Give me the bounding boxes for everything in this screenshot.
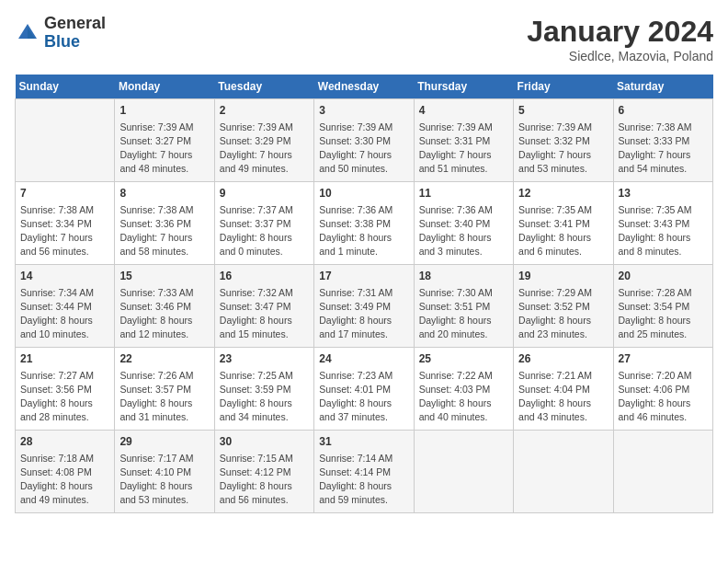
day-number: 20	[619, 269, 708, 284]
column-header-friday: Friday	[514, 75, 613, 99]
day-number: 18	[419, 269, 508, 284]
day-number: 7	[20, 186, 109, 201]
day-number: 25	[419, 351, 508, 367]
logo-icon	[15, 20, 40, 46]
day-info: Sunrise: 7:39 AM Sunset: 3:30 PM Dayligh…	[319, 121, 408, 177]
calendar-cell: 25Sunrise: 7:22 AM Sunset: 4:03 PM Dayli…	[414, 348, 513, 431]
day-number: 13	[619, 186, 708, 201]
column-header-monday: Monday	[115, 75, 214, 99]
day-number: 28	[20, 434, 109, 450]
day-info: Sunrise: 7:39 AM Sunset: 3:32 PM Dayligh…	[518, 121, 608, 177]
calendar-cell: 20Sunrise: 7:28 AM Sunset: 3:54 PM Dayli…	[613, 265, 712, 348]
calendar-cell: 30Sunrise: 7:15 AM Sunset: 4:12 PM Dayli…	[214, 431, 313, 513]
day-info: Sunrise: 7:20 AM Sunset: 4:06 PM Dayligh…	[619, 369, 708, 425]
day-info: Sunrise: 7:18 AM Sunset: 4:08 PM Dayligh…	[20, 452, 109, 508]
logo-text: General Blue	[44, 15, 106, 52]
calendar-cell: 24Sunrise: 7:23 AM Sunset: 4:01 PM Dayli…	[314, 348, 414, 431]
day-info: Sunrise: 7:39 AM Sunset: 3:29 PM Dayligh…	[220, 121, 309, 177]
day-info: Sunrise: 7:23 AM Sunset: 4:01 PM Dayligh…	[319, 369, 408, 425]
day-info: Sunrise: 7:26 AM Sunset: 3:57 PM Dayligh…	[119, 369, 209, 425]
day-info: Sunrise: 7:35 AM Sunset: 3:41 PM Dayligh…	[518, 203, 608, 259]
day-number: 19	[518, 269, 608, 284]
calendar-cell: 7Sunrise: 7:38 AM Sunset: 3:34 PM Daylig…	[16, 182, 115, 265]
day-info: Sunrise: 7:28 AM Sunset: 3:54 PM Dayligh…	[619, 286, 708, 342]
logo-blue: Blue	[44, 33, 106, 52]
calendar-cell: 17Sunrise: 7:31 AM Sunset: 3:49 PM Dayli…	[314, 265, 414, 348]
day-number: 8	[119, 186, 209, 201]
calendar-cell: 10Sunrise: 7:36 AM Sunset: 3:38 PM Dayli…	[314, 182, 414, 265]
calendar-cell: 5Sunrise: 7:39 AM Sunset: 3:32 PM Daylig…	[514, 99, 613, 182]
day-info: Sunrise: 7:38 AM Sunset: 3:36 PM Dayligh…	[119, 203, 209, 259]
day-number: 5	[518, 103, 608, 119]
calendar-cell: 15Sunrise: 7:33 AM Sunset: 3:46 PM Dayli…	[115, 265, 214, 348]
day-info: Sunrise: 7:34 AM Sunset: 3:44 PM Dayligh…	[20, 286, 109, 342]
calendar-cell: 6Sunrise: 7:38 AM Sunset: 3:33 PM Daylig…	[613, 99, 712, 182]
day-number: 16	[220, 269, 309, 284]
calendar-cell: 19Sunrise: 7:29 AM Sunset: 3:52 PM Dayli…	[514, 265, 613, 348]
calendar-cell	[414, 431, 513, 513]
day-number: 24	[319, 351, 408, 367]
calendar-week-row: 7Sunrise: 7:38 AM Sunset: 3:34 PM Daylig…	[16, 182, 713, 265]
title-block: January 2024 Siedlce, Mazovia, Poland	[527, 15, 713, 63]
day-number: 29	[119, 434, 209, 450]
day-info: Sunrise: 7:37 AM Sunset: 3:37 PM Dayligh…	[220, 203, 309, 259]
day-number: 27	[619, 351, 708, 367]
page-subtitle: Siedlce, Mazovia, Poland	[527, 49, 713, 63]
calendar-cell: 18Sunrise: 7:30 AM Sunset: 3:51 PM Dayli…	[414, 265, 513, 348]
calendar-cell: 13Sunrise: 7:35 AM Sunset: 3:43 PM Dayli…	[613, 182, 712, 265]
calendar-cell: 16Sunrise: 7:32 AM Sunset: 3:47 PM Dayli…	[214, 265, 313, 348]
day-info: Sunrise: 7:29 AM Sunset: 3:52 PM Dayligh…	[518, 286, 608, 342]
day-info: Sunrise: 7:39 AM Sunset: 3:31 PM Dayligh…	[419, 121, 508, 177]
calendar-week-row: 1Sunrise: 7:39 AM Sunset: 3:27 PM Daylig…	[16, 99, 713, 182]
calendar-week-row: 28Sunrise: 7:18 AM Sunset: 4:08 PM Dayli…	[16, 431, 713, 513]
calendar-cell: 9Sunrise: 7:37 AM Sunset: 3:37 PM Daylig…	[214, 182, 313, 265]
day-number: 17	[319, 269, 408, 284]
day-number: 3	[319, 103, 408, 119]
day-info: Sunrise: 7:15 AM Sunset: 4:12 PM Dayligh…	[220, 452, 309, 508]
calendar-cell: 29Sunrise: 7:17 AM Sunset: 4:10 PM Dayli…	[115, 431, 214, 513]
calendar-cell: 26Sunrise: 7:21 AM Sunset: 4:04 PM Dayli…	[514, 348, 613, 431]
calendar-cell: 3Sunrise: 7:39 AM Sunset: 3:30 PM Daylig…	[314, 99, 414, 182]
day-number: 21	[20, 351, 109, 367]
day-info: Sunrise: 7:30 AM Sunset: 3:51 PM Dayligh…	[419, 286, 508, 342]
calendar-cell: 22Sunrise: 7:26 AM Sunset: 3:57 PM Dayli…	[115, 348, 214, 431]
calendar-cell: 23Sunrise: 7:25 AM Sunset: 3:59 PM Dayli…	[214, 348, 313, 431]
calendar-cell: 1Sunrise: 7:39 AM Sunset: 3:27 PM Daylig…	[115, 99, 214, 182]
day-number: 22	[119, 351, 209, 367]
day-number: 31	[319, 434, 408, 450]
day-number: 23	[220, 351, 309, 367]
calendar-week-row: 21Sunrise: 7:27 AM Sunset: 3:56 PM Dayli…	[16, 348, 713, 431]
calendar-cell: 21Sunrise: 7:27 AM Sunset: 3:56 PM Dayli…	[16, 348, 115, 431]
day-info: Sunrise: 7:25 AM Sunset: 3:59 PM Dayligh…	[220, 369, 309, 425]
calendar-cell	[16, 99, 115, 182]
day-info: Sunrise: 7:36 AM Sunset: 3:40 PM Dayligh…	[419, 203, 508, 259]
calendar-cell: 31Sunrise: 7:14 AM Sunset: 4:14 PM Dayli…	[314, 431, 414, 513]
day-number: 1	[119, 103, 209, 119]
day-info: Sunrise: 7:35 AM Sunset: 3:43 PM Dayligh…	[619, 203, 708, 259]
column-header-wednesday: Wednesday	[314, 75, 414, 99]
day-info: Sunrise: 7:22 AM Sunset: 4:03 PM Dayligh…	[419, 369, 508, 425]
day-info: Sunrise: 7:32 AM Sunset: 3:47 PM Dayligh…	[220, 286, 309, 342]
column-header-thursday: Thursday	[414, 75, 513, 99]
calendar-table: SundayMondayTuesdayWednesdayThursdayFrid…	[15, 75, 713, 513]
day-number: 30	[220, 434, 309, 450]
calendar-cell: 28Sunrise: 7:18 AM Sunset: 4:08 PM Dayli…	[16, 431, 115, 513]
column-header-saturday: Saturday	[613, 75, 712, 99]
column-header-sunday: Sunday	[16, 75, 115, 99]
day-info: Sunrise: 7:21 AM Sunset: 4:04 PM Dayligh…	[518, 369, 608, 425]
calendar-cell: 8Sunrise: 7:38 AM Sunset: 3:36 PM Daylig…	[115, 182, 214, 265]
day-info: Sunrise: 7:27 AM Sunset: 3:56 PM Dayligh…	[20, 369, 109, 425]
calendar-cell: 4Sunrise: 7:39 AM Sunset: 3:31 PM Daylig…	[414, 99, 513, 182]
day-info: Sunrise: 7:14 AM Sunset: 4:14 PM Dayligh…	[319, 452, 408, 508]
calendar-week-row: 14Sunrise: 7:34 AM Sunset: 3:44 PM Dayli…	[16, 265, 713, 348]
logo: General Blue	[15, 15, 106, 52]
day-number: 14	[20, 269, 109, 284]
day-number: 9	[220, 186, 309, 201]
day-number: 12	[518, 186, 608, 201]
calendar-cell	[514, 431, 613, 513]
calendar-cell	[613, 431, 712, 513]
day-info: Sunrise: 7:36 AM Sunset: 3:38 PM Dayligh…	[319, 203, 408, 259]
day-number: 10	[319, 186, 408, 201]
day-info: Sunrise: 7:38 AM Sunset: 3:34 PM Dayligh…	[20, 203, 109, 259]
day-info: Sunrise: 7:17 AM Sunset: 4:10 PM Dayligh…	[119, 452, 209, 508]
